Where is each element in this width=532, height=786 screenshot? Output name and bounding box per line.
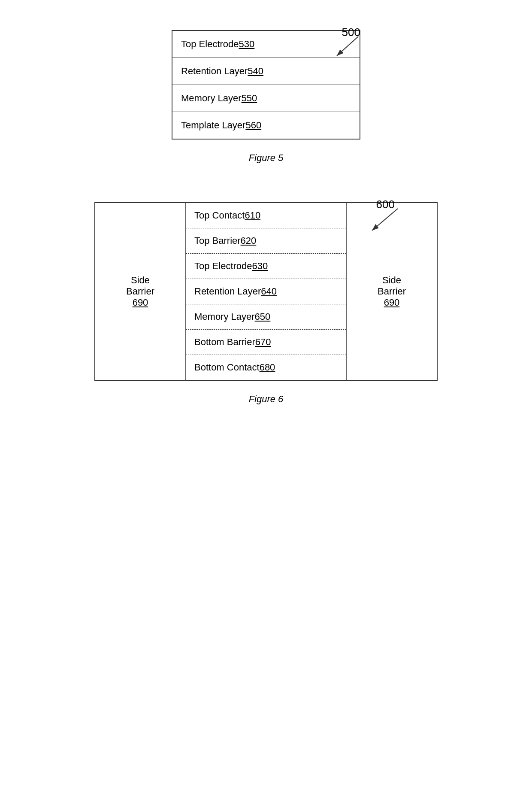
- fig5-caption: Figure 5: [249, 152, 284, 164]
- fig5-top-electrode-num: 530: [239, 39, 255, 50]
- fig6-bottom-contact-label: Bottom Contact: [194, 362, 260, 373]
- fig6-top-barrier-num: 620: [241, 235, 257, 246]
- fig5-retention-label: Retention Layer: [181, 66, 248, 77]
- fig6-memory-layer: Memory Layer 650: [186, 304, 346, 330]
- fig6-right-barrier-num: 690: [384, 297, 400, 308]
- fig6-retention-layer: Retention Layer 640: [186, 279, 346, 304]
- fig6-caption: Figure 6: [249, 394, 284, 405]
- fig6-memory-label: Memory Layer: [194, 311, 255, 322]
- fig5-memory-num: 550: [242, 93, 257, 104]
- fig5-template-num: 560: [245, 120, 261, 131]
- fig6-arrow: [366, 206, 404, 234]
- svg-line-3: [372, 209, 398, 231]
- fig6-center-stack: Top Contact 610 Top Barrier 620 Top Elec…: [185, 203, 347, 380]
- fig6-top-barrier: Top Barrier 620: [186, 228, 346, 254]
- fig6-top-barrier-label: Top Barrier: [194, 235, 241, 246]
- fig5-top-electrode-label: Top Electrode: [181, 39, 239, 50]
- fig6-memory-num: 650: [255, 311, 271, 322]
- fig6-top-electrode-label: Top Electrode: [194, 261, 252, 272]
- page: 500 Top Electrode 530 Retention Layer 54…: [0, 0, 532, 786]
- svg-line-1: [337, 36, 358, 56]
- fig5-memory-label: Memory Layer: [181, 93, 242, 104]
- fig6-left-barrier-label: SideBarrier: [126, 275, 154, 297]
- fig6-top-contact-label: Top Contact: [194, 210, 245, 221]
- fig5-arrow: [330, 34, 365, 60]
- figure5-section: 500 Top Electrode 530 Retention Layer 54…: [0, 26, 532, 164]
- fig5-layer-retention: Retention Layer 540: [172, 58, 360, 85]
- fig5-layer-memory: Memory Layer 550: [172, 85, 360, 112]
- fig5-template-label: Template Layer: [181, 120, 245, 131]
- fig6-top-contact-num: 610: [245, 210, 260, 221]
- fig6-bottom-contact: Bottom Contact 680: [186, 355, 346, 380]
- fig6-bottom-contact-num: 680: [260, 362, 275, 373]
- fig6-right-barrier-label: SideBarrier: [378, 275, 406, 297]
- fig6-top-contact: Top Contact 610: [186, 203, 346, 228]
- fig6-left-side-barrier: SideBarrier 690: [95, 203, 185, 380]
- fig5-retention-num: 540: [248, 66, 263, 77]
- fig6-bottom-barrier-num: 670: [255, 337, 271, 348]
- figure6-section: 600 SideBarrier 690 Top Contact 61: [0, 198, 532, 405]
- fig5-layer-template: Template Layer 560: [172, 112, 360, 139]
- fig6-top-electrode: Top Electrode 630: [186, 254, 346, 279]
- fig6-retention-num: 640: [261, 286, 277, 297]
- fig6-top-electrode-num: 630: [252, 261, 268, 272]
- fig6-left-barrier-num: 690: [133, 297, 148, 308]
- fig6-bottom-barrier-label: Bottom Barrier: [194, 337, 255, 348]
- fig6-retention-label: Retention Layer: [194, 286, 261, 297]
- fig6-bottom-barrier: Bottom Barrier 670: [186, 330, 346, 355]
